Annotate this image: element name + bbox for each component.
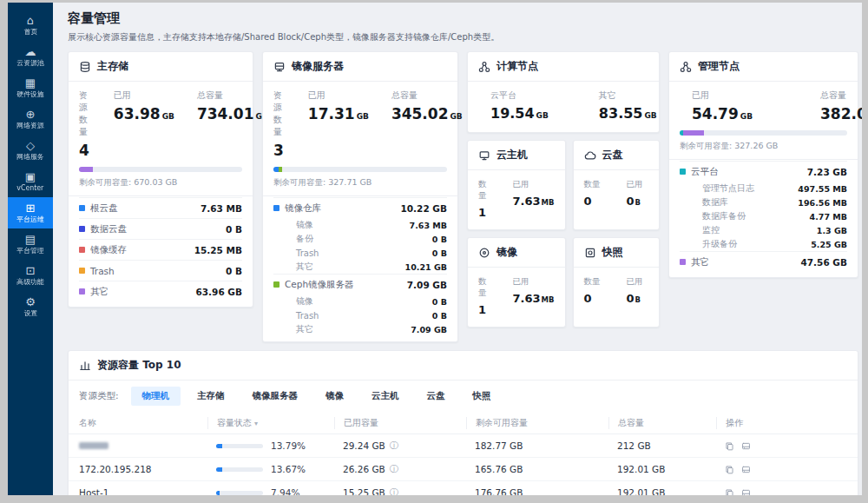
col-remaining: 剩余可用容量 (466, 417, 608, 429)
sidebar-item[interactable]: ⚙ 设置 (8, 291, 53, 322)
stat-count: 数量 0 (584, 179, 601, 208)
stat-used: 已用 17.31GB (308, 89, 369, 159)
breakdown-row: 数据库备份 4.77 MB (680, 209, 847, 223)
cell-remaining: 182.77 GB (466, 440, 608, 451)
usage-bar (216, 444, 263, 448)
breakdown-value: 4.77 MB (810, 212, 847, 222)
breakdown-label: 备份 (296, 233, 432, 245)
cell-remaining: 176.76 GB (466, 487, 608, 495)
breakdown-value: 0 B (432, 248, 447, 258)
sidebar-item[interactable]: ☁ 云资源池 (8, 41, 53, 72)
legend-square (691, 228, 697, 234)
breakdown-label: 数据库 (702, 196, 798, 208)
breakdown-label: 云平台 (691, 166, 807, 178)
breakdown-label: 监控 (702, 224, 817, 236)
cell-remaining: 165.76 GB (466, 464, 608, 474)
resource-type-tab[interactable]: 快照 (462, 387, 503, 406)
col-used: 已用容量 (334, 417, 466, 429)
legend-square (285, 236, 291, 242)
stat-cloud-platform: 云平台 19.54GB (490, 89, 549, 122)
sidebar-item[interactable]: ◇ 网络服务 (8, 135, 53, 166)
breakdown-label: 其它 (296, 261, 405, 273)
vm-icon (478, 149, 490, 162)
sidebar-item[interactable]: ▤ 平台管理 (8, 228, 53, 260)
legend-square (285, 264, 291, 270)
cell-total: 192.01 GB (608, 464, 716, 474)
breakdown-value: 10.22 GB (401, 203, 448, 214)
resource-type-tab[interactable]: 镜像 (314, 387, 355, 406)
legend-square (79, 247, 85, 253)
image-card: 镜像 数量 1 已用 7.63MB (467, 237, 566, 328)
breakdown-value: 0 B (226, 224, 242, 235)
remaining-capacity: 剩余可用容量: 670.03 GB (69, 177, 253, 196)
redacted-name (79, 442, 108, 449)
resource-type-tab[interactable]: 主存储 (186, 387, 236, 406)
copy-icon[interactable] (725, 441, 734, 451)
sort-caret-icon[interactable]: ▾ (254, 420, 258, 427)
sidebar-item-label: 网络服务 (16, 154, 43, 161)
sidebar-item[interactable]: ▣ vCenter (8, 166, 53, 197)
sidebar-item[interactable]: ⊡ 高级功能 (8, 260, 53, 291)
resource-type-tab[interactable]: 云盘 (416, 387, 457, 406)
usage-percent: 7.94% (271, 487, 299, 495)
breakdown-label: Trash (296, 248, 432, 258)
sidebar-item[interactable]: ▦ 硬件设施 (8, 72, 53, 103)
breakdown-value: 7.09 GB (407, 280, 447, 290)
breakdown-label: 根云盘 (90, 202, 201, 215)
sidebar-item-label: 平台管理 (16, 248, 43, 255)
breakdown-label: 其它 (296, 323, 411, 335)
breakdown-row: 备份 0 B (273, 232, 447, 246)
legend-square (79, 288, 85, 295)
resource-type-tab[interactable]: 物理机 (131, 387, 181, 406)
copy-icon[interactable] (725, 465, 734, 474)
breakdown-label: 数据库备份 (702, 210, 810, 222)
breakdown-value: 7.63 MB (201, 203, 242, 214)
cell-used: 26.26 GB ⓘ (334, 463, 466, 475)
breakdown-label: Trash (90, 266, 226, 276)
primary-storage-card: 主存储 资源数量 4 已用 63.98GB 总容量 734.01GB (68, 51, 253, 308)
breakdown-row: 监控 1.3 GB (680, 223, 847, 237)
cell-used: 29.24 GB ⓘ (334, 440, 466, 452)
copy-icon[interactable] (725, 488, 734, 496)
breakdown-value: 63.96 GB (196, 287, 243, 297)
breakdown-value: 7.23 GB (807, 167, 847, 177)
disk-drive-icon[interactable] (741, 441, 751, 451)
breakdown-row: 镜像缓存 15.25 MB (79, 239, 242, 260)
col-total: 总容量 (608, 417, 716, 429)
legend-square (285, 313, 291, 319)
sidebar-item-label: 平台运维 (16, 216, 43, 223)
breakdown-row: 其它 63.96 GB (79, 281, 242, 301)
remaining-capacity: 剩余可用容量: 327.26 GB (669, 141, 858, 160)
disk-drive-icon[interactable] (741, 465, 751, 474)
page-title: 容量管理 (68, 10, 858, 27)
info-icon[interactable]: ⓘ (390, 440, 398, 452)
legend-square (273, 205, 279, 211)
usage-percent: 13.67% (271, 464, 306, 474)
stat-used: 已用 7.63MB (513, 179, 555, 219)
stat-other: 其它 83.55GB (599, 89, 657, 122)
card-title: 云盘 (602, 148, 623, 162)
image-disc-icon (478, 247, 490, 259)
info-icon[interactable]: ⓘ (390, 463, 398, 475)
capacity-progress-bar (79, 167, 242, 172)
stat-count: 数量 1 (478, 276, 487, 316)
disk-card: 云盘 数量 0 已用 0B (573, 140, 660, 230)
disk-drive-icon[interactable] (741, 488, 751, 496)
info-icon[interactable]: ⓘ (390, 486, 398, 495)
storage-icon (79, 61, 91, 73)
capacity-cards-row: 主存储 资源数量 4 已用 63.98GB 总容量 734.01GB (68, 51, 858, 342)
sidebar-item[interactable]: ⊞ 平台运维 (8, 197, 53, 228)
resource-type-tab[interactable]: 镜像服务器 (241, 387, 310, 406)
sidebar-item[interactable]: ⊕ 网络资源 (8, 103, 53, 135)
breakdown-row: Trash 0 B (273, 308, 447, 322)
breakdown-label: 数据云盘 (90, 223, 226, 235)
resource-type-tabs: 物理机 主存储 镜像服务器 镜像 云主机 云盘 快照 (131, 387, 508, 406)
compute-node-card: 计算节点 云平台 19.54GB 其它 83.55GB (467, 51, 660, 133)
breakdown-row: 升级备份 5.25 GB (680, 237, 847, 251)
vcenter-icon: ▣ (25, 171, 36, 182)
col-capacity-status[interactable]: 容量状态▾ (207, 417, 334, 429)
breakdown-value: 10.21 GB (405, 262, 447, 272)
resource-type-tab[interactable]: 云主机 (360, 387, 411, 406)
sidebar-item[interactable]: ⌂ 首页 (8, 10, 53, 41)
platform-mgmt-icon: ▤ (25, 234, 36, 245)
